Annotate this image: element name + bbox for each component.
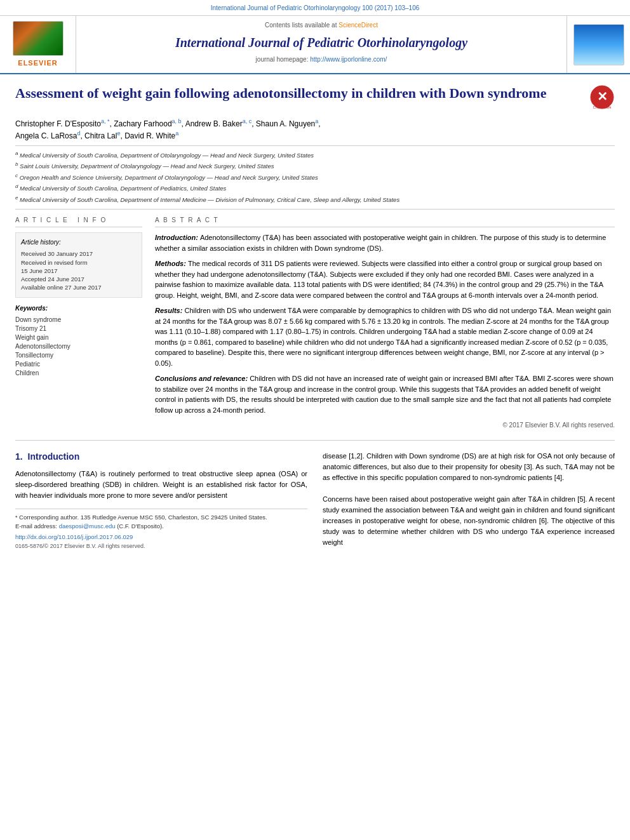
affil-c: c Oregon Health and Science University, … <box>15 172 615 182</box>
journal-info-center: Contents lists available at ScienceDirec… <box>76 16 566 73</box>
corresponding-author-note: * Corresponding author. 135 Rutledge Ave… <box>15 513 307 522</box>
intro-label: Introduction <box>28 451 80 462</box>
journal-citation: International Journal of Pediatric Otorh… <box>0 0 630 16</box>
copyright-line: © 2017 Elsevier B.V. All rights reserved… <box>155 420 615 430</box>
author-1: Christopher F. D'Espositoa, *, <box>15 119 114 128</box>
body-left-column: 1. Introduction Adenotonsillectomy (T&A)… <box>15 451 307 550</box>
section-divider <box>15 440 615 441</box>
abstract-label: A B S T R A C T <box>155 216 615 227</box>
journal-cover-thumbnail <box>573 24 624 65</box>
svg-text:✕: ✕ <box>597 90 608 103</box>
journal-header-thumbnail <box>566 16 630 73</box>
intro-right-text: disease [1,2]. Children with Down syndro… <box>323 451 615 483</box>
citation-text: International Journal of Pediatric Otorh… <box>211 4 420 11</box>
article-history-box: Article history: Received 30 January 201… <box>15 232 142 297</box>
homepage-url[interactable]: http://www.ijporlonline.com/ <box>310 56 387 63</box>
abstract-text: Introduction: Adenotonsillectomy (T&A) h… <box>155 232 615 430</box>
article-title: Assessment of weight gain following aden… <box>15 84 579 103</box>
abstract-column: A B S T R A C T Introduction: Adenotonsi… <box>155 216 615 430</box>
corresponding-label: Corresponding author. 135 Rutledge Avenu… <box>19 514 267 521</box>
crossmark-logo: ✕ CrossMark <box>589 84 615 110</box>
keyword-1: Down syndrome <box>15 316 142 324</box>
received-date: Received 30 January 2017 <box>21 250 137 258</box>
abstract-results: Results: Children with DS who underwent … <box>155 305 615 368</box>
email-label: E-mail address: <box>15 523 59 530</box>
abstract-results-text: Children with DS who underwent T&A were … <box>155 307 611 367</box>
affil-a: a Medical University of South Carolina, … <box>15 150 615 159</box>
article-title-section: Assessment of weight gain following aden… <box>15 84 615 110</box>
author-6: Chitra Lale, <box>84 131 124 140</box>
article-info-label: A R T I C L E I N F O <box>15 216 142 227</box>
keywords-label: Keywords: <box>15 304 142 313</box>
affil-e: e Medical University of South Carolina, … <box>15 194 615 204</box>
email-line: E-mail address: daesposi@musc.edu (C.F. … <box>15 522 307 530</box>
keyword-2: Trisomy 21 <box>15 324 142 333</box>
elsevier-tree-art <box>13 21 64 56</box>
abstract-conclusions-heading: Conclusions and relevance: <box>155 375 250 382</box>
intro-right-text-2: Concerns have been raised about postoper… <box>323 494 615 548</box>
email-note: (C.F. D'Esposito). <box>117 523 164 530</box>
revised-label: Received in revised form <box>21 258 137 267</box>
keyword-7: Children <box>15 369 142 378</box>
sciencedirect-line: Contents lists available at ScienceDirec… <box>83 21 560 30</box>
journal-title: International Journal of Pediatric Otorh… <box>83 34 560 51</box>
abstract-methods: Methods: The medical records of 311 DS p… <box>155 258 615 300</box>
issn-line: 0165-5876/© 2017 Elsevier B.V. All right… <box>15 542 307 550</box>
elsevier-logo-section: ELSEVIER <box>0 16 76 73</box>
affil-b: b Saint Louis University, Department of … <box>15 161 615 170</box>
affil-d: d Medical University of South Carolina, … <box>15 183 615 192</box>
affiliations-section: a Medical University of South Carolina, … <box>15 145 615 210</box>
keyword-6: Pediatric <box>15 360 142 369</box>
intro-heading: 1. Introduction <box>15 451 307 463</box>
sciencedirect-link[interactable]: ScienceDirect <box>338 22 378 29</box>
abstract-conclusions: Conclusions and relevance: Children with… <box>155 373 615 415</box>
abstract-intro-heading: Introduction: <box>155 234 200 241</box>
author-3: Andrew B. Bakera, c, <box>185 119 256 128</box>
keyword-4: Adenotonsillectomy <box>15 342 142 351</box>
abstract-methods-heading: Methods: <box>155 260 188 267</box>
email-address[interactable]: daesposi@musc.edu <box>59 523 116 530</box>
history-label: Article history: <box>21 238 137 247</box>
footnote-section: * Corresponding author. 135 Rutledge Ave… <box>15 509 307 550</box>
intro-left-text: Adenotonsillectomy (T&A) is routinely pe… <box>15 469 307 501</box>
keywords-section: Keywords: Down syndrome Trisomy 21 Weigh… <box>15 304 142 378</box>
elsevier-logo: ELSEVIER <box>13 21 64 68</box>
abstract-intro: Introduction: Adenotonsillectomy (T&A) h… <box>155 232 615 253</box>
accepted-date: Accepted 24 June 2017 <box>21 275 137 283</box>
body-right-column: disease [1,2]. Children with Down syndro… <box>323 451 615 550</box>
elsevier-brand: ELSEVIER <box>18 58 57 68</box>
author-5: Angela C. LaRosad, <box>15 131 84 140</box>
journal-header: ELSEVIER Contents lists available at Sci… <box>0 16 630 74</box>
author-4: Shaun A. Nguyena, <box>256 119 321 128</box>
keyword-5: Tonsillectomy <box>15 351 142 360</box>
intro-number: 1. <box>15 451 23 462</box>
article-info-column: A R T I C L E I N F O Article history: R… <box>15 216 142 430</box>
authors-line: Christopher F. D'Espositoa, *, Zachary F… <box>15 117 615 142</box>
body-introduction: 1. Introduction Adenotonsillectomy (T&A)… <box>15 451 615 550</box>
abstract-intro-text: Adenotonsillectomy (T&A) has been associ… <box>155 234 606 252</box>
author-2: Zachary Farhooda, b, <box>114 119 185 128</box>
keyword-3: Weight gain <box>15 333 142 342</box>
journal-homepage: journal homepage: http://www.ijporlonlin… <box>83 55 560 64</box>
svg-text:CrossMark: CrossMark <box>593 105 612 109</box>
abstract-methods-text: The medical records of 311 DS patients w… <box>155 260 603 299</box>
available-date: Available online 27 June 2017 <box>21 283 137 291</box>
abstract-results-heading: Results: <box>155 307 184 314</box>
author-7: David R. Whitea <box>124 131 178 140</box>
article-info-abstract: A R T I C L E I N F O Article history: R… <box>15 216 615 430</box>
main-content: Assessment of weight gain following aden… <box>0 74 630 560</box>
doi-link[interactable]: http://dx.doi.org/10.1016/j.ijporl.2017.… <box>15 533 307 541</box>
revised-date: 15 June 2017 <box>21 267 137 275</box>
